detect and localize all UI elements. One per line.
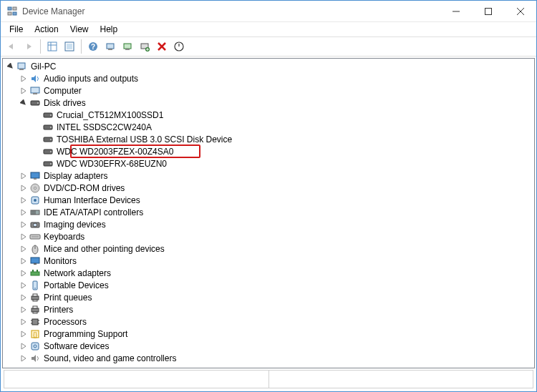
expander-icon[interactable] (19, 256, 29, 266)
expander-icon[interactable] (19, 183, 29, 193)
expander-icon[interactable] (19, 244, 29, 254)
device-category[interactable]: Imaging devices (16, 218, 534, 230)
expander-icon[interactable] (19, 74, 29, 84)
svg-rect-77 (32, 343, 39, 350)
svg-rect-41 (34, 178, 37, 180)
category-label: Disk drives (44, 98, 86, 108)
device-label: TOSHIBA External USB 3.0 SCSI Disk Devic… (57, 134, 232, 144)
device-category[interactable]: Human Interface Devices (16, 194, 534, 206)
menu-view[interactable]: View (64, 23, 95, 36)
device-tree-container[interactable]: Gil-PCAudio inputs and outputsComputerDi… (2, 58, 535, 368)
svg-rect-58 (34, 263, 37, 265)
device-category[interactable]: Display adapters (16, 170, 534, 182)
expander-icon[interactable] (19, 329, 29, 339)
svg-rect-57 (31, 258, 39, 263)
device-item[interactable]: Crucial_CT512MX100SSD1 (29, 109, 534, 121)
device-category[interactable]: Portable Devices (16, 279, 534, 291)
device-item[interactable]: TOSHIBA External USB 3.0 SCSI Disk Devic… (29, 133, 534, 145)
device-category[interactable]: Software devices (16, 340, 534, 352)
expander-icon[interactable] (19, 207, 29, 217)
imaging-icon (29, 219, 41, 230)
update-driver-button[interactable] (120, 39, 135, 54)
expander-icon[interactable] (19, 317, 29, 327)
device-category[interactable]: Monitors (16, 255, 534, 267)
back-button[interactable] (4, 39, 19, 54)
tree-root[interactable]: Gil-PC (3, 60, 534, 72)
device-category[interactable]: Printers (16, 303, 534, 315)
device-category[interactable]: Sound, video and game controllers (16, 352, 534, 364)
software-icon (29, 340, 41, 352)
device-category[interactable]: Processors (16, 315, 534, 328)
minimize-button[interactable] (440, 1, 472, 21)
device-category[interactable]: IDE ATA/ATAPI controllers (16, 206, 534, 218)
hid-icon (29, 195, 41, 206)
device-category[interactable]: Mice and other pointing devices (16, 242, 534, 255)
svg-rect-26 (31, 87, 39, 93)
show-hide-tree-button[interactable] (44, 39, 60, 54)
audio-icon (29, 73, 41, 84)
menu-file[interactable]: File (4, 23, 29, 36)
disk-icon (42, 146, 54, 157)
window-controls (440, 1, 536, 21)
svg-point-31 (50, 114, 52, 116)
svg-rect-0 (8, 7, 11, 10)
dvd-icon (29, 182, 41, 194)
svg-rect-67 (32, 308, 39, 312)
device-category[interactable]: Keyboards (16, 230, 534, 242)
category-label: Printers (44, 305, 73, 315)
uninstall-device-button[interactable] (137, 39, 153, 54)
device-category[interactable]: Network adapters (16, 267, 534, 279)
computer-icon (16, 61, 28, 72)
expander-icon[interactable] (19, 268, 29, 278)
device-category[interactable]: DVD/CD-ROM drives (16, 182, 534, 194)
expander-icon[interactable] (19, 280, 29, 290)
svg-rect-60 (32, 270, 34, 272)
menu-action[interactable]: Action (29, 23, 64, 36)
category-label: Monitors (44, 256, 77, 266)
expander-icon[interactable] (19, 86, 29, 96)
device-category[interactable]: Disk drives (16, 97, 534, 109)
close-button[interactable] (504, 1, 536, 21)
app-icon (6, 6, 18, 17)
properties-button[interactable] (62, 39, 77, 54)
device-tree: Gil-PCAudio inputs and outputsComputerDi… (3, 59, 534, 364)
printer-icon (29, 304, 41, 315)
maximize-button[interactable] (472, 1, 504, 21)
help-button[interactable]: ? (85, 39, 101, 54)
device-item[interactable]: WDC WD30EFRX-68EUZN0 (29, 157, 534, 170)
device-category[interactable]: Computer (16, 84, 534, 97)
expander-icon[interactable] (19, 353, 29, 363)
svg-point-63 (34, 288, 36, 289)
expander-icon[interactable] (19, 305, 29, 315)
device-item[interactable]: INTEL SSDSC2CW240A (29, 121, 534, 133)
svg-text:?: ? (91, 43, 95, 51)
device-item[interactable]: WDC WD2003FZEX-00Z4SA0 (29, 145, 534, 157)
expander-icon[interactable] (6, 62, 16, 72)
forward-button[interactable] (21, 39, 37, 54)
device-category[interactable]: {}Programming Support (16, 328, 534, 340)
disable-device-button[interactable] (154, 39, 170, 54)
category-label: Imaging devices (44, 220, 106, 230)
svg-rect-5 (485, 8, 491, 14)
scan-hardware-button[interactable] (102, 39, 118, 54)
category-label: Display adapters (44, 171, 107, 181)
device-category[interactable]: Audio inputs and outputs (16, 72, 534, 84)
svg-point-35 (50, 139, 52, 140)
expander-icon[interactable] (19, 171, 29, 181)
expander-icon[interactable] (19, 98, 29, 108)
menu-help[interactable]: Help (95, 23, 124, 36)
category-label: Network adapters (44, 268, 111, 278)
enable-device-button[interactable] (171, 39, 187, 54)
expander-icon[interactable] (19, 293, 29, 303)
expander-icon[interactable] (19, 232, 29, 242)
device-category[interactable]: Print queues (16, 291, 534, 303)
expander-icon[interactable] (19, 341, 29, 351)
device-label: WDC WD2003FZEX-00Z4SA0 (57, 147, 173, 157)
titlebar: Device Manager (1, 1, 536, 22)
expander-icon[interactable] (19, 195, 29, 205)
svg-rect-68 (33, 306, 37, 308)
display-icon (29, 170, 41, 182)
expander-icon[interactable] (19, 220, 29, 230)
svg-point-45 (34, 199, 37, 202)
toolbar-separator (40, 39, 41, 54)
